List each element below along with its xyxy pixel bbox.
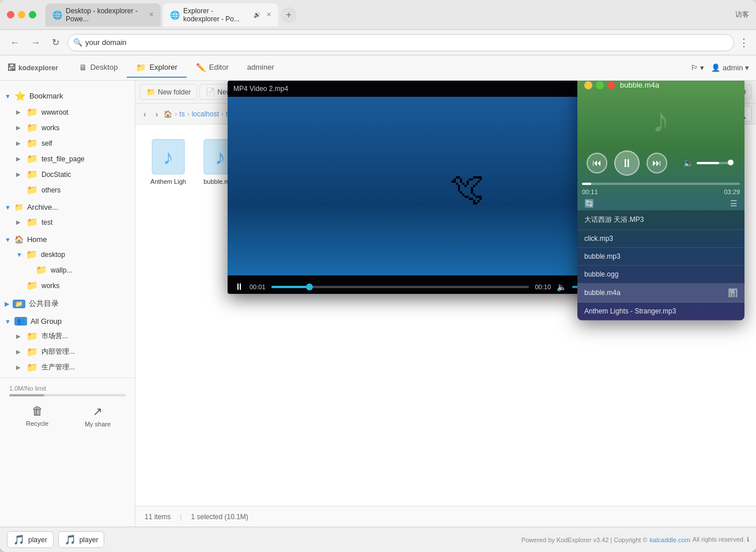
close-button[interactable] [7, 11, 14, 18]
playlist-item-3[interactable]: bubble.ogg [577, 266, 744, 283]
browser-tab-2[interactable]: 🌐 Explorer - kodexplorer - Po... 🔊 ✕ [163, 3, 278, 27]
minimize-button[interactable] [18, 11, 25, 18]
sidebar-item-works[interactable]: ▶ 📁 works [0, 120, 135, 135]
tab-close-2[interactable]: ✕ [266, 11, 271, 18]
browser-tabs: 🌐 Desktop - kodexplorer - Powe... ✕ 🌐 Ex… [46, 3, 731, 27]
maximize-button[interactable] [29, 11, 36, 18]
forward-button[interactable]: → [28, 35, 44, 50]
crumb-home[interactable]: 🏠 [164, 110, 172, 118]
video-total-time: 00:10 [535, 283, 551, 290]
music-minimize-button[interactable] [584, 81, 592, 89]
taskbar-item-1[interactable]: 🎵 player [58, 531, 105, 548]
wallp-folder-icon: 📁 [36, 264, 47, 275]
music-prev-button[interactable]: ⏮ [587, 153, 607, 173]
address-bar: ← → ↻ 🔍 ⋮ [0, 30, 756, 55]
playlist-item-2[interactable]: bubble.mp3 [577, 248, 744, 266]
music-menu-button[interactable]: ☰ [730, 199, 738, 208]
others-label: others [41, 186, 61, 194]
sidebar-public-header[interactable]: ▶ 📁 公共目录 [0, 296, 135, 312]
myshare-button[interactable]: ↗ My share [70, 401, 126, 431]
marketing-arrow: ▶ [16, 333, 23, 339]
sidebar-section-home: ▼ 🏠 Home ▼ 📁 desktop 📁 wallp... 📁 [0, 232, 135, 293]
desktop-arrow: ▼ [16, 251, 22, 258]
crumb-ts[interactable]: ts [179, 110, 184, 118]
sidebar-allgroup-header[interactable]: ▼ 👥 All Group [0, 314, 135, 328]
footer-text2: All rights reserved. ℹ [693, 536, 749, 543]
address-input[interactable] [67, 34, 734, 51]
reload-button[interactable]: ↻ [48, 35, 63, 50]
new-file-icon: 📄 [206, 88, 215, 96]
app-tab-editor[interactable]: ✏️ Editor [187, 58, 238, 78]
playlist-track-5: Anthem Lights - Stranger.mp3 [584, 307, 676, 315]
playlist-item-4[interactable]: bubble.m4a 📊 [577, 283, 744, 303]
new-folder-button[interactable]: 📁 New folder [140, 84, 197, 100]
path-forward-button[interactable]: › [152, 107, 162, 121]
sidebar-item-internal[interactable]: ▶ 📁 内部管理... [0, 344, 135, 360]
playlist-track-1: click.mp3 [584, 235, 613, 243]
sidebar-archive-header[interactable]: ▼ 📁 Archive... [0, 200, 135, 214]
path-back-button[interactable]: ‹ [140, 107, 150, 121]
sidebar-item-marketing[interactable]: ▶ 📁 市场营... [0, 328, 135, 344]
music-player-titlebar: bubble.m4a [577, 81, 744, 94]
playlist-item-0[interactable]: 大话西游 天浴.MP3 [577, 210, 744, 230]
footer-text: Powered by KodExplorer v3.42 | Copyright… [521, 536, 648, 543]
footer-link[interactable]: kalcaddle.com [650, 536, 690, 543]
playlist-item-5[interactable]: Anthem Lights - Stranger.mp3 [577, 303, 744, 320]
back-button[interactable]: ← [7, 35, 23, 50]
production-arrow: ▶ [16, 364, 23, 370]
taskbar-item-0[interactable]: 🎵 player [7, 531, 54, 548]
admin-label[interactable]: 👤 admin ▾ [711, 63, 749, 72]
sidebar-item-desktop[interactable]: ▼ 📁 desktop [0, 247, 135, 262]
archive-folder-icon: 📁 [14, 203, 24, 211]
internal-label: 内部管理... [41, 347, 75, 357]
playlist-item-1[interactable]: click.mp3 [577, 230, 744, 248]
task-label-0: player [28, 536, 47, 544]
public-icon: 📁 [13, 300, 25, 308]
app-toolbar: 🖫 kodexplorer 🖥 Desktop 📁 Explorer ✏️ Ed… [0, 55, 756, 81]
app-tab-adminer[interactable]: adminer [238, 58, 284, 78]
sidebar-item-production[interactable]: ▶ 📁 生产管理... [0, 360, 135, 375]
video-background: 🕊 [228, 97, 631, 275]
browser-menu-button[interactable]: ⋮ [739, 36, 749, 49]
music-next-button[interactable]: ⏭ [647, 153, 667, 173]
sidebar-home-header[interactable]: ▼ 🏠 Home [0, 232, 135, 247]
sidebar-item-others[interactable]: 📁 others [0, 182, 135, 198]
self-arrow: ▶ [16, 140, 23, 146]
app-tab-desktop[interactable]: 🖥 Desktop [70, 58, 127, 78]
sidebar-item-works2[interactable]: 📁 works [0, 278, 135, 293]
sidebar-item-wallp[interactable]: 📁 wallp... [0, 262, 135, 278]
music-volume-bar[interactable] [697, 162, 731, 164]
audio-icon: 🔊 [254, 12, 260, 18]
video-progress-bar[interactable] [271, 286, 530, 288]
music-play-button[interactable]: ⏸ [614, 150, 640, 176]
music-maximize-button[interactable] [596, 81, 604, 89]
internal-folder-icon: 📁 [27, 346, 38, 357]
recycle-icon: 🗑 [32, 404, 43, 418]
tab-close-1[interactable]: ✕ [149, 11, 154, 18]
tab-label-2: Explorer - kodexplorer - Po... [183, 7, 250, 23]
sidebar-item-self[interactable]: ▶ 📁 self [0, 135, 135, 151]
home-label: Home [27, 235, 47, 244]
works-folder-icon: 📁 [27, 122, 38, 133]
browser-tab-1[interactable]: 🌐 Desktop - kodexplorer - Powe... ✕ [46, 3, 161, 27]
recycle-button[interactable]: 🗑 Recycle [9, 401, 65, 431]
music-progress-bar[interactable] [582, 183, 740, 185]
file-item-anthem[interactable]: ♪ Anthem Ligh [145, 134, 192, 190]
new-folder-label: New folder [158, 88, 191, 96]
music-refresh-button[interactable]: 🔄 [584, 199, 594, 208]
main-layout: ▼ ⭐ Bookmark ▶ 📁 wwwroot ▶ 📁 works ▶ 📁 [0, 81, 756, 527]
video-volume-button[interactable]: 🔈 [557, 282, 566, 292]
sidebar-item-docstatic[interactable]: ▶ 📁 DocStatic [0, 167, 135, 182]
music-close-button[interactable] [607, 81, 615, 89]
app-logo: 🖫 kodexplorer [7, 63, 58, 73]
app-tab-explorer[interactable]: 📁 Explorer [127, 58, 186, 78]
new-tab-button[interactable]: + [281, 7, 297, 23]
sidebar-item-wwwroot[interactable]: ▶ 📁 wwwroot [0, 104, 135, 120]
sidebar-item-test[interactable]: ▶ 📁 test [0, 214, 135, 230]
video-play-button[interactable]: ⏸ [235, 282, 244, 292]
crumb-localhost[interactable]: localhost [192, 110, 219, 118]
tab-icon-1: 🌐 [52, 10, 62, 20]
sidebar-bookmark-header[interactable]: ▼ ⭐ Bookmark [0, 88, 135, 104]
flag-icon[interactable]: 🏳 ▾ [691, 63, 705, 72]
sidebar-item-test-file-page[interactable]: ▶ 📁 test_file_page [0, 151, 135, 167]
